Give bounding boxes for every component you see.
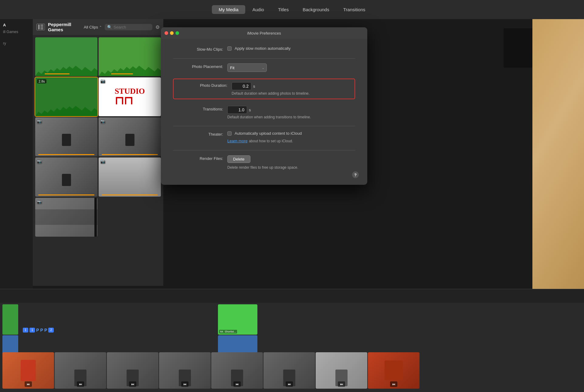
tl-overlay-area: Mr. Shortist...: [218, 304, 257, 353]
photo-duration-unit: s: [253, 84, 255, 89]
studio-thumb: 📷 STUDIO⊓⊓: [99, 77, 161, 116]
tl-skip-btn-0[interactable]: ⏭: [25, 381, 32, 387]
tl-skip-btn-1[interactable]: ⏭: [77, 381, 84, 387]
divider-3: [173, 150, 355, 150]
tl-thumb-6[interactable]: ⏭: [316, 352, 367, 389]
tl-thumb-4[interactable]: ⏭: [211, 352, 263, 389]
sidebar-item-ry[interactable]: ry: [0, 40, 33, 47]
media-thumb-3[interactable]: 2.8s: [35, 77, 97, 116]
transitions-input[interactable]: [227, 106, 247, 114]
camera-icon-7: 📷: [37, 159, 42, 164]
transitions-hint: Default duration when adding transitions…: [227, 115, 355, 119]
slow-mo-row: Slow-Mo Clips: Apply slow motion automat…: [173, 46, 355, 52]
top-nav: My Media Audio Titles Backgrounds Transi…: [0, 0, 584, 19]
media-thumb-8[interactable]: 📷: [99, 157, 161, 196]
prefs-title: iMovie Preferences: [247, 31, 281, 35]
tl-overlay-mini-label: Mr. Shortist...: [219, 330, 237, 333]
media-thumb-2[interactable]: [99, 37, 161, 76]
tl-skip-btn-4[interactable]: ⏭: [233, 381, 241, 387]
transitions-label: Transitions:: [173, 106, 223, 111]
learn-more-link[interactable]: Learn more: [227, 139, 247, 143]
sidebar-item-1[interactable]: [0, 35, 33, 38]
tl-label-1: 1: [23, 328, 28, 333]
camera-icon-8: 📷: [100, 159, 105, 164]
tab-audio[interactable]: Audio: [246, 5, 271, 14]
clips-filter-label: All Clips: [84, 25, 98, 29]
media-thumb-9[interactable]: 📷: [35, 198, 97, 237]
media-thumb-6[interactable]: 📷: [99, 117, 161, 156]
minimize-button[interactable]: [170, 31, 174, 35]
tl-label-p1: P: [36, 328, 39, 333]
sidebar-left: A ill Games ry: [0, 19, 33, 289]
tl-skip-btn-5[interactable]: ⏭: [286, 381, 293, 387]
media-grid: 2.8s 📷 STUDIO⊓⊓ 📷 📷 📷 📷: [33, 35, 163, 239]
sidebar-subtitle[interactable]: ill Games: [0, 29, 33, 35]
tab-my-media[interactable]: My Media: [212, 5, 245, 14]
theater-link-suffix: about how to set up iCloud.: [249, 139, 293, 143]
tl-thumb-2[interactable]: ⏭: [107, 352, 158, 389]
sidebar-item-2[interactable]: [0, 38, 33, 40]
chevron-icon: ⌃: [99, 25, 102, 29]
divider-1: [173, 58, 355, 59]
help-button[interactable]: ?: [352, 171, 359, 178]
photo-placement-row: Photo Placement: Fit Crop Ken Burns: [173, 63, 355, 72]
media-thumb-5[interactable]: 📷: [35, 117, 97, 156]
tl-overlay-green-clip[interactable]: Mr. Shortist...: [218, 304, 257, 335]
sidebar-app-label: A: [0, 19, 33, 29]
media-thumb-4[interactable]: 📷 STUDIO⊓⊓ 📷: [99, 77, 161, 116]
clips-filter-dropdown[interactable]: All Clips ⌃: [84, 25, 102, 29]
tl-thumb-7[interactable]: ⏭: [368, 352, 419, 389]
tl-label-2: 1: [29, 328, 35, 333]
tl-thumb-0[interactable]: ⏭: [2, 352, 54, 389]
media-panel: Peppermill Games All Clips ⌃ 🔍 ⚙ 2.8s �: [33, 19, 163, 286]
photo-placement-label: Photo Placement:: [173, 63, 223, 69]
close-button[interactable]: [165, 31, 168, 35]
transitions-row: Transitions: s Default duration when add…: [173, 106, 355, 119]
preferences-dialog: iMovie Preferences Slow-Mo Clips: Apply …: [161, 27, 367, 185]
tl-label-p2: P: [40, 328, 43, 333]
tl-skip-btn-6[interactable]: ⏭: [338, 381, 345, 387]
tl-thumb-3[interactable]: ⏭: [159, 352, 211, 389]
svg-rect-3: [40, 28, 43, 29]
svg-rect-2: [40, 26, 43, 28]
media-header: Peppermill Games All Clips ⌃ 🔍 ⚙: [33, 19, 163, 35]
search-icon: 🔍: [107, 25, 112, 29]
tl-thumb-5[interactable]: ⏭: [263, 352, 315, 389]
media-thumb-1[interactable]: [35, 37, 97, 76]
photo-duration-hint: Default duration when adding photos to t…: [232, 91, 351, 96]
search-input[interactable]: [114, 25, 150, 29]
media-thumb-7[interactable]: 📷: [35, 157, 97, 196]
delete-render-files-button[interactable]: Delete: [227, 155, 250, 163]
tab-titles[interactable]: Titles: [271, 5, 295, 14]
transitions-control: s Default duration when adding transitio…: [223, 106, 355, 119]
traffic-lights: [165, 31, 179, 35]
tl-green-clip[interactable]: [2, 304, 18, 335]
slow-mo-label: Slow-Mo Clips:: [173, 46, 223, 52]
theater-control: Automatically upload content to iCloud L…: [223, 131, 355, 144]
search-bar: 🔍: [105, 24, 152, 30]
photo-placement-control: Fit Crop Ken Burns: [223, 63, 355, 72]
transitions-unit: s: [249, 108, 251, 112]
sidebar-toggle-button[interactable]: [36, 24, 45, 30]
slow-mo-checkbox[interactable]: [227, 46, 232, 51]
photo-duration-control: s Default duration when adding photos to…: [227, 82, 351, 96]
tab-backgrounds[interactable]: Backgrounds: [296, 5, 336, 14]
tl-skip-btn-3[interactable]: ⏭: [181, 381, 188, 387]
prefs-body: Slow-Mo Clips: Apply slow motion automat…: [161, 39, 367, 185]
camera-icon-4: 📷: [100, 79, 105, 83]
tl-skip-btn-2[interactable]: ⏭: [129, 381, 136, 387]
tab-transitions[interactable]: Transitions: [337, 5, 372, 14]
timeline-content: 1 1 P P P 2 Mr. Shortist... ⏭: [0, 303, 584, 392]
project-title: Peppermill Games: [48, 22, 81, 32]
maximize-button[interactable]: [175, 31, 179, 35]
camera-icon-9: 📷: [37, 200, 42, 204]
tl-thumb-1[interactable]: ⏭: [55, 352, 106, 389]
theater-checkbox[interactable]: [227, 131, 232, 136]
tl-skip-btn-7[interactable]: ⏭: [390, 381, 397, 387]
tl-thumb-row: ⏭ ⏭ ⏭ ⏭: [0, 350, 584, 391]
slow-mo-control: Apply slow motion automatically: [223, 46, 355, 51]
photo-duration-input[interactable]: [232, 82, 251, 90]
svg-rect-1: [40, 25, 43, 26]
gear-button[interactable]: ⚙: [155, 24, 160, 30]
photo-placement-select[interactable]: Fit Crop Ken Burns: [227, 63, 267, 72]
